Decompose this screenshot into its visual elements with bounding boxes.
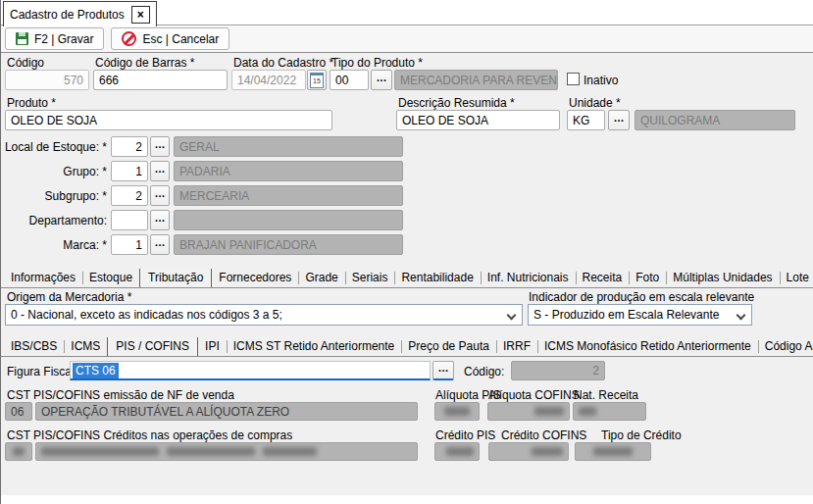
departamento-code-input[interactable] — [111, 210, 148, 230]
tab-ipi[interactable]: IPI — [198, 337, 227, 356]
marca-description-field: BRAJAN PANIFICADORA — [174, 234, 403, 255]
credito-pis-label: Crédito PIS — [435, 428, 495, 442]
inativo-label: Inativo — [584, 74, 618, 87]
tab-informacoes[interactable]: Informações — [4, 269, 82, 287]
indicador-escala-label: Indicador de produção em escala relevant… — [529, 290, 754, 304]
redacted-value — [534, 407, 564, 416]
figura-fiscal-label: Figura Fiscal: — [7, 365, 77, 378]
indicador-escala-select[interactable]: S - Produzido em Escala Relevante — [528, 304, 752, 326]
grupo-code-input[interactable]: 1 — [111, 161, 148, 181]
codigo-barras-input[interactable]: 666 — [93, 70, 228, 90]
tax-tabstrip: IBS/CBS ICMS PIS / COFINS IPI ICMS ST Re… — [1, 337, 813, 357]
unidade-lookup-button[interactable]: … — [608, 110, 630, 130]
tab-icms[interactable]: ICMS — [64, 337, 107, 356]
form-area: Código 570 Código de Barras * 666 Data d… — [1, 53, 813, 496]
descricao-resumida-input[interactable]: OLEO DE SOJA — [396, 110, 560, 130]
departamento-label: Departamento: — [1, 214, 107, 227]
tab-receita[interactable]: Receita — [576, 269, 630, 287]
close-icon[interactable]: × — [131, 6, 150, 24]
cst-compras-label: CST PIS/COFINS Créditos nas operações de… — [7, 428, 292, 442]
main-tabstrip: Informações Estoque Tributação Fornecedo… — [1, 269, 813, 288]
calendar-icon: 15 — [310, 73, 324, 88]
redacted-value — [41, 447, 159, 456]
origem-mercadoria-select[interactable]: 0 - Nacional, exceto as indicadas nos có… — [5, 304, 523, 326]
redacted-value — [593, 447, 633, 456]
data-cadastro-field[interactable]: 14/04/2022 — [231, 70, 306, 90]
cst-venda-code-field: 06 — [5, 402, 32, 421]
unidade-label: Unidade * — [569, 96, 621, 110]
produto-input[interactable]: OLEO DE SOJA — [5, 110, 332, 130]
tab-multiplas-unidades[interactable]: Múltiplas Unidades — [666, 269, 779, 287]
cst-venda-description-field: OPERAÇÃO TRIBUTÁVEL A ALÍQUOTA ZERO — [35, 402, 418, 421]
redacted-value — [532, 447, 563, 456]
redacted-value — [167, 447, 255, 456]
tab-seriais[interactable]: Seriais — [345, 269, 395, 287]
credito-pis-field — [434, 442, 480, 461]
codigo-field: 570 — [5, 70, 89, 90]
grupo-lookup-button[interactable]: … — [150, 161, 170, 181]
tab-preco-de-pauta[interactable]: Preço de Pauta — [401, 337, 496, 356]
credito-cofins-label: Crédito COFINS — [501, 428, 586, 442]
tab-inf-nutricionais[interactable]: Inf. Nutricionais — [481, 269, 576, 287]
tab-tributacao[interactable]: Tributação — [139, 269, 212, 288]
figura-fiscal-input[interactable]: CTS 06 — [70, 361, 431, 380]
tab-icms-st-retido[interactable]: ICMS ST Retido Anteriormente — [227, 337, 402, 356]
tipo-produto-code-input[interactable]: 00 — [330, 70, 369, 90]
tab-pis-cofins[interactable]: PIS / COFINS — [107, 337, 198, 357]
aliquota-cofins-label: Alíquota COFINS — [488, 388, 580, 402]
inativo-checkbox[interactable] — [567, 73, 580, 85]
marca-code-input[interactable]: 1 — [111, 234, 148, 255]
subgrupo-code-input[interactable]: 2 — [111, 185, 148, 206]
aliquota-cofins-field — [487, 402, 570, 421]
tab-cadastro-de-produtos[interactable]: Cadastro de Produtos × — [3, 1, 157, 26]
tab-foto[interactable]: Foto — [629, 269, 666, 287]
floppy-disk-icon — [16, 32, 28, 45]
marca-label: Marca: * — [1, 238, 107, 252]
tipo-produto-label: Tipo do Produto * — [331, 56, 423, 70]
codigo-barras-label: Código de Barras * — [95, 56, 194, 70]
tab-irrf[interactable]: IRRF — [496, 337, 537, 356]
calendar-button[interactable]: 15 — [307, 70, 327, 90]
departamento-lookup-button[interactable]: … — [150, 210, 170, 230]
cst-compras-code-field — [5, 442, 32, 461]
save-button[interactable]: F2 | Gravar — [5, 27, 104, 50]
aliquota-pis-field — [434, 402, 480, 421]
produto-label: Produto * — [7, 96, 56, 110]
cancel-button-label: Esc | Cancelar — [142, 32, 219, 46]
cancel-button[interactable]: Esc | Cancelar — [111, 27, 229, 50]
tipo-credito-label: Tipo de Crédito — [601, 428, 682, 442]
chevron-down-icon — [737, 311, 746, 321]
document-tabbar: Cadastro de Produtos × — [1, 0, 813, 25]
tab-grade[interactable]: Grade — [298, 269, 344, 287]
origem-mercadoria-label: Origem da Mercadoria * — [7, 290, 131, 304]
unidade-description-field: QUILOGRAMA — [635, 110, 795, 130]
tab-rentabilidade[interactable]: Rentabilidade — [394, 269, 480, 287]
tab-codigo-agregado-1400[interactable]: Código Agregado - Registro 1400 — [758, 337, 813, 356]
no-entry-icon — [122, 31, 136, 46]
marca-lookup-button[interactable]: … — [150, 234, 170, 255]
codigo-label: Código — [7, 56, 44, 70]
tab-title: Cadastro de Produtos — [10, 8, 125, 22]
tab-lote[interactable]: Lote — [780, 269, 813, 287]
tab-fornecedores[interactable]: Fornecedores — [212, 269, 298, 287]
redacted-value — [579, 407, 596, 416]
descricao-resumida-label: Descrição Resumida * — [398, 96, 515, 110]
tipo-credito-field — [575, 442, 651, 461]
local-estoque-description-field: GERAL — [174, 136, 403, 157]
tab-icms-monofasico[interactable]: ICMS Monofásico Retido Anteriormente — [537, 337, 758, 356]
tipo-produto-lookup-button[interactable]: … — [371, 70, 392, 90]
data-cadastro-label: Data do Cadastro * — [233, 56, 333, 70]
tab-estoque[interactable]: Estoque — [82, 269, 139, 287]
redacted-value — [13, 447, 25, 456]
tab-ibs-cbs[interactable]: IBS/CBS — [4, 337, 64, 356]
grupo-label: Grupo: * — [1, 165, 107, 178]
credito-cofins-field — [488, 442, 569, 461]
subgrupo-lookup-button[interactable]: … — [150, 185, 170, 206]
local-estoque-lookup-button[interactable]: … — [150, 136, 170, 157]
subgrupo-label: Subgrupo: * — [1, 189, 107, 203]
figura-fiscal-selected-text: CTS 06 — [73, 363, 119, 378]
figura-fiscal-lookup-button[interactable]: … — [432, 361, 454, 380]
tipo-produto-description-field: MERCADORIA PARA REVENDA — [394, 70, 558, 90]
unidade-code-input[interactable]: KG — [567, 110, 605, 130]
local-estoque-code-input[interactable]: 2 — [111, 136, 148, 157]
